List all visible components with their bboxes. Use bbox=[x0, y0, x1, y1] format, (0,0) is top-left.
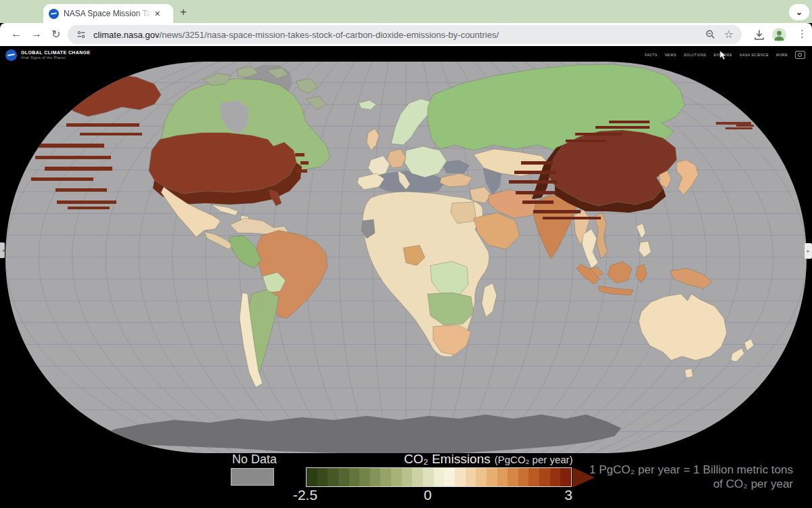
legend-title-units: (PgCO₂ per year) bbox=[495, 454, 573, 465]
reload-button[interactable]: ↻ bbox=[51, 28, 60, 41]
url-text: climate.nasa.gov/news/3251/nasa-space-mi… bbox=[93, 30, 697, 40]
no-data-swatch bbox=[231, 468, 274, 486]
tick-zero: 0 bbox=[420, 487, 436, 503]
person-icon bbox=[772, 28, 786, 42]
nav-item-more[interactable]: MORE bbox=[776, 53, 788, 57]
bookmark-star-icon[interactable]: ☆ bbox=[724, 29, 734, 40]
tab-strip: NASA Space Mission Takes S ✕ + ⌄ bbox=[0, 0, 812, 23]
new-tab-button[interactable]: + bbox=[180, 5, 187, 19]
colorbar bbox=[306, 467, 572, 487]
site-title: GLOBAL CLIMATE CHANGE bbox=[21, 50, 91, 56]
legend-title: CO₂ Emissions(PgCO₂ per year) bbox=[404, 452, 573, 467]
site-info-icon[interactable] bbox=[76, 29, 87, 40]
downloads-icon[interactable] bbox=[753, 29, 765, 41]
legend-note-line1: 1 PgCO₂ per year = 1 Billion metric tons bbox=[589, 463, 793, 477]
browser-tab[interactable]: NASA Space Mission Takes S ✕ bbox=[43, 4, 173, 23]
url-bar[interactable]: climate.nasa.gov/news/3251/nasa-space-mi… bbox=[68, 25, 742, 44]
site-search-icon[interactable] bbox=[795, 51, 805, 59]
tick-min: -2.5 bbox=[289, 487, 321, 503]
no-data-label: No Data bbox=[232, 452, 277, 467]
tick-max: 3 bbox=[562, 487, 575, 503]
tab-list-chevron-button[interactable]: ⌄ bbox=[789, 4, 809, 20]
nasa-meatball-logo[interactable] bbox=[5, 49, 17, 61]
carousel-prev-button[interactable]: ◂ bbox=[0, 242, 5, 258]
nav-item-news[interactable]: NEWS bbox=[665, 53, 677, 57]
nav-item-solutions[interactable]: SOLUTIONS bbox=[684, 53, 706, 57]
forward-button[interactable]: → bbox=[31, 28, 42, 40]
browser-menu-icon[interactable]: ⋮ bbox=[797, 28, 807, 40]
profile-avatar[interactable] bbox=[772, 28, 786, 42]
url-host: climate.nasa.gov bbox=[93, 30, 160, 40]
legend-note: 1 PgCO₂ per year = 1 Billion metric tons… bbox=[589, 463, 793, 491]
url-path: /news/3251/nasa-space-mission-takes-stoc… bbox=[160, 30, 499, 40]
tab-title: NASA Space Mission Takes S bbox=[64, 9, 152, 18]
co2-emissions-map[interactable] bbox=[0, 60, 812, 455]
back-button[interactable]: ← bbox=[11, 28, 22, 40]
nasa-favicon bbox=[49, 9, 59, 19]
page-content: GLOBAL CLIMATE CHANGE Vital Signs of the… bbox=[0, 46, 812, 508]
nav-item-nasa-science[interactable]: NASA SCIENCE bbox=[740, 53, 769, 57]
tasmania bbox=[685, 368, 693, 378]
carousel-next-button[interactable]: ▸ bbox=[805, 243, 812, 259]
legend: No Data CO₂ Emissions(PgCO₂ per year) -2… bbox=[0, 450, 812, 508]
browser-toolbar: ← → ↻ climate.nasa.gov/news/3251/nasa-sp… bbox=[0, 23, 812, 46]
site-logo-text[interactable]: GLOBAL CLIMATE CHANGE Vital Signs of the… bbox=[21, 50, 91, 60]
zoom-icon[interactable] bbox=[705, 29, 716, 40]
nav-item-facts[interactable]: FACTS bbox=[645, 53, 658, 57]
legend-title-main: CO₂ Emissions bbox=[404, 452, 491, 466]
legend-note-line2: of CO₂ per year bbox=[589, 477, 793, 491]
tab-close-icon[interactable]: ✕ bbox=[154, 9, 160, 18]
